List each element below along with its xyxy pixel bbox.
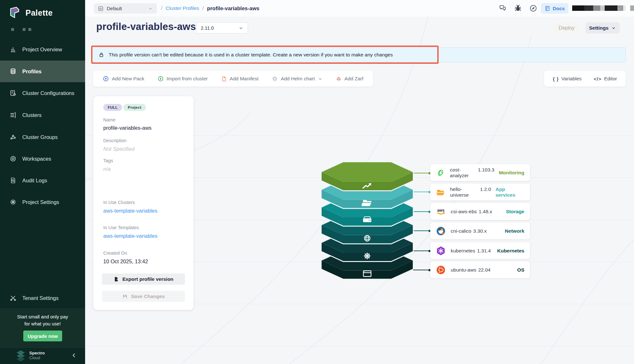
layer-monitoring[interactable] bbox=[322, 162, 413, 190]
docs-button-label: Docs bbox=[553, 6, 565, 11]
sidebar-item-label: Cluster Configurations bbox=[22, 90, 74, 96]
spectro-cloud-logo-text: Spectro Cloud bbox=[29, 351, 45, 360]
document-check-icon bbox=[10, 90, 17, 97]
sidebar-item-cluster-groups[interactable]: Cluster Groups bbox=[0, 126, 85, 148]
collapse-sidebar-icon[interactable] bbox=[71, 352, 77, 359]
upgrade-now-button[interactable]: Upgrade now bbox=[23, 331, 62, 341]
floppy-save-icon bbox=[122, 294, 128, 299]
chevron-down-icon bbox=[611, 25, 616, 31]
sidebar-item-workspaces[interactable]: Workspaces bbox=[0, 148, 85, 170]
editor-label: Editor bbox=[604, 76, 617, 82]
orbit-icon bbox=[10, 155, 17, 162]
description-value: Not Specified bbox=[103, 146, 135, 152]
pack-name: ubuntu-aws22.04 bbox=[451, 267, 491, 273]
breadcrumb-current: profile-variables-aws bbox=[207, 5, 259, 11]
pack-toolbar: Add New Pack Import from cluster Add Man… bbox=[93, 71, 373, 87]
in-use-templates-link[interactable]: aws-template-variables bbox=[103, 233, 157, 239]
sidebar-item-label: Profiles bbox=[22, 69, 42, 75]
name-label: Name bbox=[103, 117, 116, 122]
pack-name: cost-analyzer1.103.3 bbox=[450, 167, 494, 178]
zarf-package-icon bbox=[336, 76, 342, 82]
sidebar-item-clusters[interactable]: Clusters bbox=[0, 104, 85, 126]
pack-category: App services bbox=[495, 186, 524, 198]
chevron-down-icon bbox=[148, 6, 153, 11]
book-icon bbox=[544, 5, 550, 11]
sidebar-item-label: Project Overview bbox=[22, 47, 62, 53]
profile-info-card: FULL Project Name profile-variables-aws … bbox=[93, 96, 193, 310]
sidebar-item-audit-logs[interactable]: Audit Logs bbox=[0, 170, 85, 191]
chevron-down-icon bbox=[238, 25, 244, 31]
braces-icon: { } bbox=[553, 76, 559, 82]
scope-badge: FULL bbox=[103, 104, 122, 111]
kubecost-icon bbox=[435, 167, 446, 178]
project-chart-icon bbox=[98, 6, 104, 11]
promo-text-line1: Start small and only pay bbox=[0, 308, 85, 320]
chat-icon[interactable] bbox=[499, 4, 507, 12]
palette-logo-icon bbox=[8, 6, 22, 20]
export-file-icon bbox=[113, 276, 119, 282]
version-selector-value: 2.11.0 bbox=[201, 25, 238, 31]
svg-text:aws: aws bbox=[437, 208, 444, 213]
aws-icon: aws bbox=[435, 206, 446, 217]
save-button-label: Save Changes bbox=[131, 294, 165, 299]
description-label: Description bbox=[103, 138, 127, 143]
user-menu-chevron-down-icon[interactable] bbox=[616, 5, 624, 13]
sidebar-item-profiles[interactable]: Profiles bbox=[0, 61, 85, 82]
export-profile-version-button[interactable]: Export profile version bbox=[102, 273, 185, 285]
pack-card-cni-calico[interactable]: cni-calico3.30.x Network bbox=[430, 222, 530, 239]
lock-icon bbox=[98, 52, 105, 58]
sidebar-item-label: Cluster Groups bbox=[22, 134, 58, 140]
helm-wheel-icon bbox=[272, 76, 278, 82]
import-from-cluster-button[interactable]: Import from cluster bbox=[157, 76, 208, 82]
pack-name: kubernetes1.31.4 bbox=[451, 248, 491, 254]
sidebar-item-label: Tenant Settings bbox=[22, 295, 59, 301]
tags-value: n/a bbox=[103, 166, 111, 172]
deploy-button[interactable]: Deploy bbox=[554, 22, 579, 33]
editor-button[interactable]: </> Editor bbox=[594, 76, 617, 82]
add-zarf-button[interactable]: Add Zarf bbox=[336, 76, 363, 82]
bug-icon[interactable] bbox=[514, 4, 522, 12]
pack-card-cost-analyzer[interactable]: cost-analyzer1.103.3 Monitoring bbox=[430, 164, 530, 181]
pack-card-kubernetes[interactable]: kubernetes1.31.4 Kubernetes bbox=[430, 242, 530, 259]
profile-layer-stack bbox=[316, 161, 418, 284]
redacted-user-info bbox=[572, 5, 634, 11]
helm-wheel-icon bbox=[364, 253, 371, 259]
sidebar-item-tenant-settings[interactable]: Tenant Settings bbox=[0, 287, 85, 309]
promo-text-line2: for what you use! bbox=[0, 320, 85, 327]
add-manifest-label: Add Manifest bbox=[230, 76, 259, 82]
add-new-pack-button[interactable]: Add New Pack bbox=[103, 76, 144, 82]
chart-bars-icon bbox=[10, 46, 17, 53]
pack-name: cni-calico3.30.x bbox=[451, 228, 487, 234]
add-manifest-button[interactable]: Add Manifest bbox=[221, 76, 259, 82]
app-logo: Palette bbox=[8, 6, 53, 20]
view-toggle-card: { } Variables </> Editor bbox=[544, 71, 626, 87]
sidebar-item-cluster-configurations[interactable]: Cluster Configurations bbox=[0, 82, 85, 104]
upgrade-promo: Start small and only pay for what you us… bbox=[0, 308, 85, 347]
tags-label: Tags bbox=[103, 158, 113, 163]
project-selector[interactable]: Default bbox=[94, 3, 157, 14]
layers-stack-icon bbox=[10, 68, 17, 75]
sidebar-item-label: Workspaces bbox=[22, 156, 51, 162]
pack-card-ubuntu-aws[interactable]: ubuntu-aws22.04 OS bbox=[430, 261, 530, 278]
name-value: profile-variables-aws bbox=[103, 125, 151, 131]
sidebar-item-project-overview[interactable]: Project Overview bbox=[0, 39, 85, 60]
version-selector[interactable]: 2.11.0 bbox=[196, 22, 248, 33]
chevron-down-icon bbox=[318, 76, 323, 81]
pack-card-hello-universe[interactable]: hello-universe1.2.0 App services bbox=[430, 184, 530, 200]
variables-button[interactable]: { } Variables bbox=[553, 76, 581, 82]
sidebar-item-label: Project Settings bbox=[22, 199, 59, 205]
redacted-block bbox=[11, 28, 14, 31]
pack-name: csi-aws-ebs1.48.x bbox=[451, 209, 492, 215]
export-button-label: Export profile version bbox=[122, 276, 173, 282]
arrow-down-circle-icon bbox=[157, 76, 164, 82]
docs-button[interactable]: Docs bbox=[541, 3, 568, 14]
breadcrumb-link-cluster-profiles[interactable]: Cluster Profiles bbox=[166, 5, 199, 11]
sidebar-footer: Spectro Cloud bbox=[0, 347, 85, 364]
add-helm-chart-button[interactable]: Add Helm chart bbox=[272, 76, 323, 82]
compass-icon[interactable] bbox=[529, 4, 537, 12]
in-use-clusters-link[interactable]: aws-template-variables bbox=[103, 208, 157, 214]
settings-button[interactable]: Settings bbox=[586, 22, 620, 33]
sidebar-item-project-settings[interactable]: Project Settings bbox=[0, 191, 85, 213]
pack-card-csi-aws-ebs[interactable]: aws csi-aws-ebs1.48.x Storage bbox=[430, 203, 530, 220]
save-changes-button[interactable]: Save Changes bbox=[102, 291, 185, 302]
